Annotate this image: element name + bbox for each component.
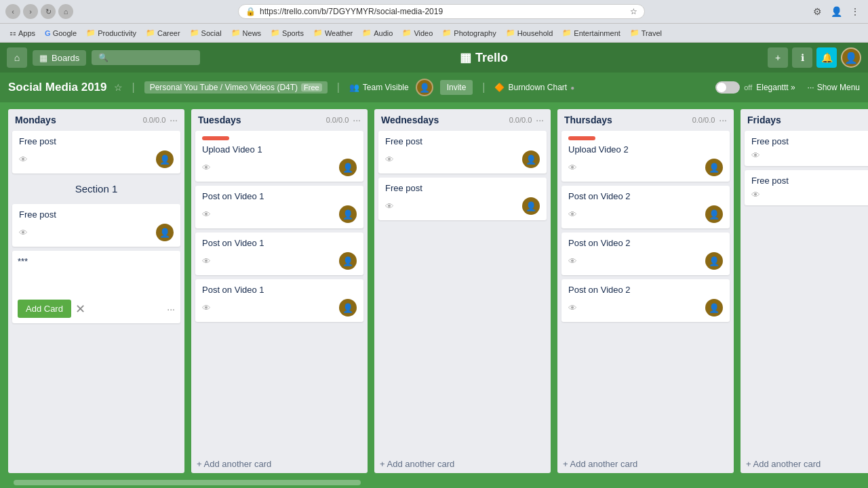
burndown-icon: 🔶 bbox=[494, 83, 505, 92]
bookmark-entertainment[interactable]: 📁 Entertainment bbox=[558, 27, 624, 39]
home-button[interactable]: ⌂ bbox=[58, 4, 73, 19]
info-button[interactable]: ℹ bbox=[792, 47, 812, 68]
eye-icon: 👁 bbox=[568, 163, 577, 173]
bookmark-photography[interactable]: 📁 Photography bbox=[438, 27, 500, 39]
eye-icon: 👁 bbox=[385, 201, 394, 211]
toggle-switch[interactable] bbox=[715, 81, 740, 94]
list-menu-button[interactable]: ··· bbox=[719, 115, 727, 125]
bookmark-weather[interactable]: 📁 Weather bbox=[309, 27, 357, 39]
card-m2[interactable]: Free post 👁 👤 bbox=[12, 204, 180, 247]
list-menu-button[interactable]: ··· bbox=[353, 115, 361, 125]
user-avatar[interactable]: 👤 bbox=[841, 47, 861, 68]
card-th2[interactable]: Post on Video 2 👁 👤 bbox=[561, 186, 730, 228]
more-options-icon[interactable]: ··· bbox=[167, 304, 175, 314]
back-button[interactable]: ‹ bbox=[5, 4, 20, 19]
search-button[interactable]: 🔍 bbox=[92, 50, 200, 65]
list-header-right: 0.0/0.0 ··· bbox=[509, 115, 544, 125]
bookmark-household[interactable]: 📁 Household bbox=[502, 27, 557, 39]
invite-button[interactable]: Invite bbox=[440, 80, 473, 95]
board-star-icon[interactable]: ☆ bbox=[114, 82, 123, 93]
more-icon[interactable]: ⋮ bbox=[848, 4, 863, 19]
folder-icon: 📁 bbox=[362, 28, 372, 37]
list-menu-button[interactable]: ··· bbox=[170, 115, 178, 125]
bookmark-entertainment-label: Entertainment bbox=[574, 29, 620, 37]
card-w1[interactable]: Free post 👁 👤 bbox=[378, 131, 547, 174]
add-another-card-thursdays[interactable]: + Add another card bbox=[557, 455, 734, 473]
card-th3[interactable]: Post on Video 2 👁 👤 bbox=[561, 232, 730, 275]
card-avatar: 👤 bbox=[705, 252, 723, 270]
forward-button[interactable]: › bbox=[23, 4, 38, 19]
eye-icon: 👁 bbox=[568, 303, 577, 313]
card-avatar: 👤 bbox=[522, 150, 540, 168]
list-cards-fridays: Free post 👁 Free post 👁 bbox=[741, 131, 868, 455]
list-mondays: Mondays 0.0/0.0 ··· Free post 👁 👤 Sectio… bbox=[8, 109, 184, 473]
bookmark-news-label: News bbox=[243, 29, 262, 37]
horizontal-scrollbar[interactable] bbox=[14, 480, 361, 485]
add-card-button[interactable]: Add Card bbox=[18, 300, 71, 318]
card-th4[interactable]: Post on Video 2 👁 👤 bbox=[561, 279, 730, 322]
boards-button[interactable]: ▦ Boards bbox=[33, 50, 86, 66]
card-title: Free post bbox=[385, 183, 540, 193]
board-tag[interactable]: Personal You Tube / Vimeo Videos (D4T) F… bbox=[144, 81, 328, 94]
add-another-card-tuesdays[interactable]: + Add another card bbox=[191, 455, 368, 473]
eye-icon: 👁 bbox=[19, 155, 28, 165]
board-content: Mondays 0.0/0.0 ··· Free post 👁 👤 Sectio… bbox=[0, 102, 868, 480]
profile-icon[interactable]: 👤 bbox=[829, 4, 844, 19]
notifications-button[interactable]: 🔔 bbox=[816, 47, 837, 68]
add-button[interactable]: + bbox=[768, 47, 788, 68]
card-th1[interactable]: Upload Video 2 👁 👤 bbox=[561, 131, 730, 182]
folder-icon: 📁 bbox=[313, 28, 323, 37]
card-m1[interactable]: Free post 👁 👤 bbox=[12, 131, 180, 174]
add-card-textarea[interactable]: *** bbox=[18, 256, 175, 293]
card-t4[interactable]: Post on Video 1 👁 👤 bbox=[195, 279, 363, 322]
team-icon: 👥 bbox=[349, 83, 359, 92]
browser-chrome: ‹ › ↻ ⌂ 🔒 https://trello.com/b/7DGYYMYR/… bbox=[0, 0, 868, 24]
card-avatar: 👤 bbox=[339, 252, 357, 270]
card-title: Upload Video 1 bbox=[202, 144, 357, 155]
list-menu-button[interactable]: ··· bbox=[536, 115, 544, 125]
search-icon: 🔍 bbox=[98, 53, 108, 62]
folder-icon: 📁 bbox=[630, 28, 639, 37]
bookmark-apps-label: Apps bbox=[18, 29, 35, 37]
burndown-button[interactable]: 🔶 Burndown Chart ● bbox=[494, 83, 574, 92]
bookmark-social[interactable]: 📁 Social bbox=[186, 27, 226, 39]
bookmark-productivity-label: Productivity bbox=[98, 29, 136, 37]
show-menu-button[interactable]: ··· Show Menu bbox=[808, 83, 860, 92]
bookmark-career[interactable]: 📁 Career bbox=[142, 27, 184, 39]
card-footer: 👁 bbox=[751, 150, 868, 161]
card-f1[interactable]: Free post 👁 bbox=[745, 131, 868, 166]
eleganttt-toggle[interactable]: off Eleganttt » bbox=[715, 81, 795, 94]
bookmark-news[interactable]: 📁 News bbox=[227, 27, 266, 39]
card-footer: 👁 👤 bbox=[385, 197, 540, 215]
card-t2[interactable]: Post on Video 1 👁 👤 bbox=[195, 186, 363, 228]
board-title[interactable]: Social Media 2019 bbox=[8, 81, 107, 94]
folder-icon: 📁 bbox=[442, 28, 452, 37]
reload-button[interactable]: ↻ bbox=[41, 4, 56, 19]
cancel-icon[interactable]: ✕ bbox=[75, 302, 85, 317]
bookmark-google[interactable]: G Google bbox=[41, 28, 81, 39]
bookmark-productivity[interactable]: 📁 Productivity bbox=[82, 27, 140, 39]
bookmark-travel[interactable]: 📁 Travel bbox=[626, 27, 666, 39]
bookmark-apps[interactable]: ⚏ Apps bbox=[5, 27, 39, 39]
bookmark-video-label: Video bbox=[414, 29, 433, 37]
card-f2[interactable]: Free post 👁 bbox=[745, 170, 868, 205]
bookmark-video[interactable]: 📁 Video bbox=[398, 27, 437, 39]
list-cards-wednesdays: Free post 👁 👤 Free post 👁 👤 bbox=[374, 131, 551, 455]
extensions-icon[interactable]: ⚙ bbox=[810, 4, 825, 19]
bookmark-social-label: Social bbox=[201, 29, 222, 37]
team-visible-button[interactable]: 👥 Team Visible bbox=[349, 83, 409, 92]
home-button[interactable]: ⌂ bbox=[7, 47, 27, 68]
bookmark-audio[interactable]: 📁 Audio bbox=[358, 27, 397, 39]
card-t3[interactable]: Post on Video 1 👁 👤 bbox=[195, 232, 363, 275]
list-title-tuesdays: Tuesdays bbox=[198, 115, 241, 125]
add-another-card-wednesdays[interactable]: + Add another card bbox=[374, 455, 551, 473]
bookmark-sports[interactable]: 📁 Sports bbox=[267, 27, 308, 39]
card-footer: 👁 👤 bbox=[568, 159, 723, 176]
bookmarks-bar: ⚏ Apps G Google 📁 Productivity 📁 Career … bbox=[0, 24, 868, 43]
team-avatar[interactable]: 👤 bbox=[416, 79, 433, 96]
add-another-card-fridays[interactable]: + Add another card bbox=[741, 455, 868, 473]
address-bar[interactable]: 🔒 https://trello.com/b/7DGYYMYR/social-m… bbox=[238, 4, 645, 19]
card-w2[interactable]: Free post 👁 👤 bbox=[378, 178, 547, 220]
card-title: Free post bbox=[19, 209, 174, 220]
card-t1[interactable]: Upload Video 1 👁 👤 bbox=[195, 131, 363, 182]
